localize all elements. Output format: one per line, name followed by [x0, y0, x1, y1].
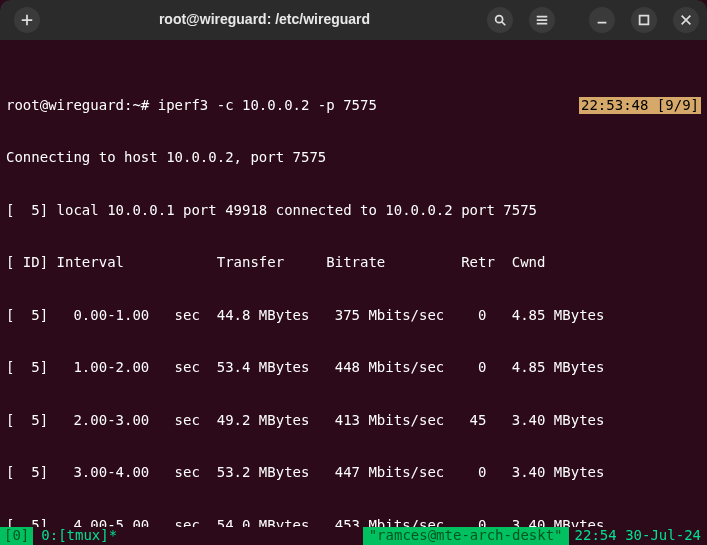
pane1-timestamp: 22:53:48 [9/9]: [579, 97, 701, 115]
pane1-prompt: root@wireguard:~#: [6, 97, 158, 113]
tmux-statusbar: [0] 0:[tmux]* "ramces@mte-arch-deskt"22:…: [0, 527, 707, 545]
pane1-row: [ 5] 3.00-4.00 sec 53.2 MBytes 447 Mbits…: [6, 464, 701, 482]
new-tab-button[interactable]: [14, 7, 40, 33]
window-title: root@wireguard: /etc/wireguard: [54, 11, 475, 29]
pane1-prompt-line: root@wireguard:~# iperf3 -c 10.0.0.2 -p …: [6, 97, 701, 115]
pane1-local: [ 5] local 10.0.0.1 port 49918 connected…: [6, 202, 701, 220]
pane1-connecting: Connecting to host 10.0.0.2, port 7575: [6, 149, 701, 167]
tmux-host: "ramces@mte-arch-deskt": [363, 527, 569, 545]
pane1-row: [ 5] 0.00-1.00 sec 44.8 MBytes 375 Mbits…: [6, 307, 701, 325]
maximize-button[interactable]: [631, 7, 657, 33]
tmux-window[interactable]: 0:[tmux]*: [33, 527, 125, 545]
pane1-header: [ ID] Interval Transfer Bitrate Retr Cwn…: [6, 254, 701, 272]
tmux-session[interactable]: [0]: [0, 527, 33, 545]
pane1-command: iperf3 -c 10.0.0.2 -p 7575: [158, 97, 377, 113]
tmux-datetime: 22:54 30-Jul-24: [569, 527, 707, 545]
terminal-area[interactable]: root@wireguard:~# iperf3 -c 10.0.0.2 -p …: [0, 40, 707, 545]
search-button[interactable]: [487, 7, 513, 33]
titlebar: root@wireguard: /etc/wireguard: [0, 0, 707, 40]
minimize-button[interactable]: [589, 7, 615, 33]
close-button[interactable]: [673, 7, 699, 33]
svg-point-0: [496, 16, 503, 23]
pane1-row: [ 5] 2.00-3.00 sec 49.2 MBytes 413 Mbits…: [6, 412, 701, 430]
pane1-row: [ 5] 1.00-2.00 sec 53.4 MBytes 448 Mbits…: [6, 359, 701, 377]
svg-rect-1: [640, 16, 649, 25]
menu-button[interactable]: [529, 7, 555, 33]
